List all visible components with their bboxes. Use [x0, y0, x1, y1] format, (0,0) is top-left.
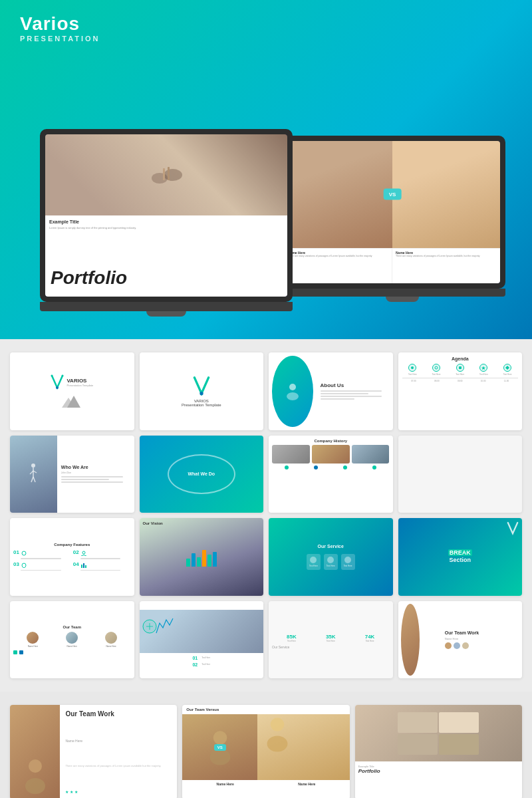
line-1	[321, 390, 382, 392]
small-av-3	[462, 642, 469, 649]
laptop-left-screen: Example Title Lorem Ipsum is simply dumm…	[45, 134, 287, 297]
agenda-item-4: Text Here	[479, 364, 488, 376]
agenda-icons: Text Here Text Here Text Here Text Here	[402, 364, 519, 376]
small-avatars	[445, 642, 519, 649]
feat-lines-3	[21, 563, 71, 571]
port-cell-2	[439, 712, 479, 733]
feat-num-1: 01	[13, 549, 19, 555]
slide-our-service-2[interactable]: 85K Text Here 35K Text Here 74K Text Her…	[269, 601, 393, 679]
slide-our-vision[interactable]: Our Vision	[140, 518, 264, 596]
bottom-portfolio-card[interactable]: Example Title Portfolio	[355, 705, 522, 798]
top-banner: Varios PRESENTATION Example Title Lorem …	[0, 0, 532, 339]
hands-image	[45, 134, 287, 215]
our-team-title: Our Team	[13, 625, 131, 629]
varios-text-1: VARIOS Presentation Template	[66, 378, 93, 387]
svg-point-9	[200, 392, 203, 395]
bar-2	[192, 553, 196, 567]
feat-num-3: 03	[13, 561, 19, 567]
svg-rect-26	[83, 563, 84, 568]
slide-break-section[interactable]: BREAKSection	[398, 518, 523, 596]
desc-left: There are many variations of passages of…	[288, 255, 388, 258]
name-label-left: Name Here There are many variations of p…	[285, 249, 392, 284]
location-icon-feat	[21, 563, 27, 568]
stat-85k: 85K Text Here	[287, 634, 297, 642]
mission-num-2: 02	[192, 662, 198, 667]
history-images	[272, 445, 390, 464]
bottom-team-work-card[interactable]: Our Team Work Name Here There are many v…	[10, 705, 177, 798]
bottom-versus-card[interactable]: Our Team Versus VS Name Here Name Here	[182, 705, 349, 798]
team-work-left	[398, 601, 442, 679]
agenda-item-1: Text Here	[408, 364, 417, 376]
slide-varios-1[interactable]: VARIOS Presentation Template	[10, 352, 134, 430]
history-dots	[272, 466, 390, 469]
slide-company-features[interactable]: Company Features 01 02 03	[10, 518, 134, 596]
bar-5	[207, 555, 211, 567]
left-screen-content: Example Title Lorem Ipsum is simply dumm…	[45, 215, 287, 297]
what-we-do-title: What We Do	[188, 471, 215, 476]
svg-point-11	[287, 392, 299, 400]
agenda-item-2: Text Here	[432, 364, 441, 376]
slide-our-team[interactable]: Our Team Name Here Name Here Name Here	[10, 601, 134, 679]
svg-marker-15	[481, 366, 485, 370]
slide-our-service-1[interactable]: Our Service Text Here Text Here Text Her…	[269, 518, 393, 596]
versus-person-right	[257, 714, 349, 780]
svg-line-22	[33, 477, 35, 482]
svg-point-1	[164, 169, 182, 181]
laptop-base-left	[40, 302, 293, 311]
bottom-section: Our Team Work Name Here There are many v…	[0, 692, 532, 798]
example-text: Lorem Ipsum is simply dummy text of the …	[49, 226, 283, 230]
name-label-right: Name Here There are many variations of p…	[392, 249, 500, 284]
port-cell-3	[398, 734, 438, 755]
who-we-are-title: Who We Are	[61, 465, 130, 469]
flag-icon	[458, 366, 462, 370]
avatar-name-3: Name Here	[106, 645, 116, 648]
feat-lines-4	[80, 563, 131, 571]
avatar-name-1: Name Here	[28, 645, 38, 648]
bar-1	[186, 559, 190, 567]
vs-badge: VS	[384, 189, 402, 200]
our-team-work-title: Our Team Work	[445, 630, 519, 635]
small-av-2	[454, 642, 460, 649]
slide-about-us[interactable]: About Us	[269, 352, 393, 430]
agenda-item-5: Text Here	[503, 364, 512, 376]
star-3: ★	[74, 789, 78, 794]
company-features-title: Company Features	[13, 543, 131, 547]
slide-agenda[interactable]: Agenda Text Here Text Here Text Here	[398, 352, 523, 430]
slide-our-team-work[interactable]: Our Team Work Name Here	[398, 601, 523, 679]
feat-lines-1	[21, 551, 71, 559]
versus-images: VS	[182, 714, 349, 780]
about-lines	[321, 390, 389, 400]
clock-icon	[434, 366, 438, 370]
svg-point-13	[435, 366, 438, 369]
versus-screen: VS	[285, 141, 500, 248]
brand-title: Varios	[20, 13, 512, 35]
stat-label-3: Text Here	[366, 640, 374, 642]
woman-face	[392, 141, 500, 248]
slide-varios-2[interactable]: VARIOS Presentation Template	[140, 352, 264, 430]
versus-person-left: VS	[182, 714, 257, 780]
laptops-container: Example Title Lorem Ipsum is simply dumm…	[20, 49, 512, 329]
svg-point-36	[267, 736, 288, 752]
slide-what-we-do[interactable]: What We Do	[140, 436, 264, 513]
hist-img-1	[272, 445, 310, 464]
slide-who-we-are[interactable]: Who We Are John Doe	[10, 436, 134, 513]
team-member-3: Name Here	[105, 632, 117, 648]
feat-item-3: 03	[13, 561, 71, 571]
team-social	[13, 650, 23, 654]
slide-company-history[interactable]: Company History	[269, 436, 393, 513]
who-content: Who We Are John Doe	[57, 436, 134, 513]
svg-point-10	[289, 384, 296, 390]
slide-our-mission[interactable]: 01 Text Here 02 Text Here	[140, 601, 264, 679]
team-work-avatar	[401, 604, 420, 676]
who-image	[10, 436, 57, 513]
woman-side	[392, 141, 500, 248]
agenda-title: Agenda	[402, 356, 519, 361]
about-image	[272, 356, 313, 427]
svg-point-24	[82, 551, 85, 554]
star-1: ★	[65, 789, 68, 794]
desc-right: There are many variations of passages of…	[396, 255, 497, 258]
brand-header: Varios PRESENTATION	[20, 13, 512, 43]
thumbnail-grid: VARIOS Presentation Template VARIOS Pres…	[0, 339, 532, 692]
portfolio-grid	[396, 711, 480, 756]
service-icon-1	[310, 557, 317, 563]
